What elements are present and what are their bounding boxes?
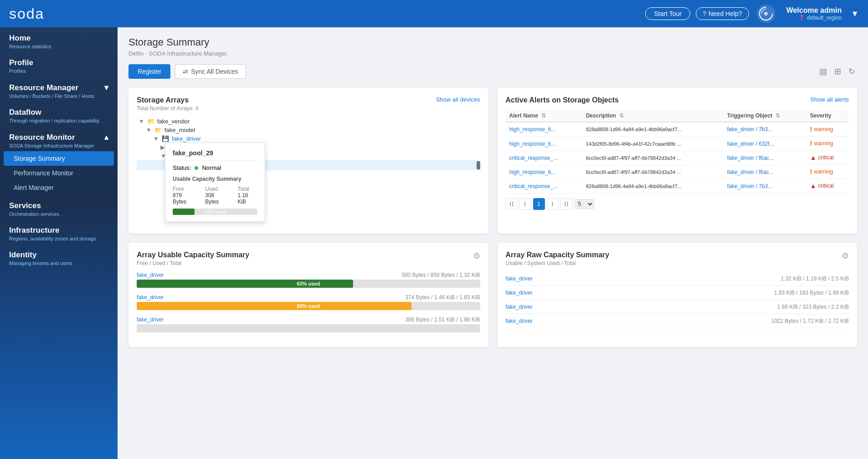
- sidebar-item-resource-monitor[interactable]: Resource Monitor ▴ SODA Storage Infrastr…: [0, 126, 118, 151]
- services-subtitle: Orchestration services.: [9, 211, 108, 217]
- resource-monitor-subtitle: SODA Storage Infrastructure Manager: [9, 143, 108, 148]
- alert-row: critical_response_... 828a8808-1d96-4a84…: [506, 179, 849, 193]
- refresh-button[interactable]: ↻: [847, 65, 857, 78]
- alert-severity: ! warning: [806, 165, 849, 179]
- status-value: Normal: [202, 164, 221, 171]
- infrastructure-subtitle: Regions, availability zones and storage: [9, 236, 108, 241]
- sync-button[interactable]: ⇄ Sync All Devices: [175, 64, 246, 79]
- sizes-label: 386 Bytes / 1.51 KiB / 1.88 KiB: [405, 316, 480, 323]
- col-severity[interactable]: Severity: [806, 110, 849, 122]
- need-help-button[interactable]: ? Need Help?: [696, 7, 749, 20]
- array-usable-subtitle: Free / Used / Total: [137, 260, 249, 266]
- active-alerts-card: Active Alerts on Storage Objects Show al…: [498, 88, 858, 234]
- user-region: 📍 default_region: [786, 15, 842, 21]
- last-page-button[interactable]: ⟩⟩: [560, 198, 572, 210]
- bar-label: 63% used: [297, 280, 320, 288]
- identity-title: Identity: [9, 250, 108, 260]
- usable-bar-label: fake_driver 500 Bytes / 850 Bytes / 1.32…: [137, 272, 480, 278]
- status-label: Status:: [173, 164, 191, 171]
- alert-severity: ▲ critical: [806, 179, 849, 193]
- sidebar-item-identity[interactable]: Identity Managing tenants and users: [0, 244, 118, 269]
- first-page-button[interactable]: ⟨⟨: [506, 198, 518, 210]
- alert-name[interactable]: critical_response_...: [506, 179, 582, 193]
- storage-arrays-subtitle: Total Number of Arrays: 4: [137, 105, 198, 112]
- alert-object[interactable]: fake_driver / 632f...: [724, 137, 806, 151]
- alert-severity: ! warning: [806, 122, 849, 137]
- sidebar-item-home[interactable]: Home Resource statistics: [0, 27, 118, 52]
- register-button[interactable]: Register: [128, 64, 170, 79]
- tooltip-progress-fill: [173, 209, 195, 215]
- tree-expand-icon: ▶: [160, 144, 165, 151]
- tree-expand-icon: ▼: [139, 118, 144, 125]
- list-item: fake_driver 374 Bytes / 1.46 KiB / 1.83 …: [137, 294, 480, 310]
- sidebar-item-storage-summary[interactable]: Storage Summary: [4, 151, 114, 166]
- grid-view-icon: ⊞: [834, 67, 841, 76]
- sidebar-item-profile[interactable]: Profile Profiles: [0, 52, 118, 76]
- alert-desc: 143d2f05-8d96-4f4b-a41f-42c7caae98fe ...: [582, 137, 724, 151]
- grid-view-button[interactable]: ⊞: [832, 65, 843, 78]
- alert-name[interactable]: high_response_ti...: [506, 122, 582, 137]
- alert-desc: 828a8808-1d96-4a84-a9e1-4bb96a9acf7...: [582, 179, 724, 193]
- capacity-row: Free 879 Bytes Used 308 Bytes Total 1.16…: [173, 186, 257, 205]
- settings-icon[interactable]: ⚙: [473, 251, 480, 261]
- sizes-label: 1.83 KiB / 163 Bytes / 1.99 KiB: [774, 290, 849, 296]
- alert-object[interactable]: fake_driver / 7b3...: [724, 122, 806, 137]
- sidebar-item-services[interactable]: Services Orchestration services.: [0, 195, 118, 219]
- toolbar-right: ▤ ⊞ ↻: [817, 65, 857, 78]
- alert-object[interactable]: fake_driver / 7b3...: [724, 179, 806, 193]
- page-size-select[interactable]: 5 10 25: [574, 199, 594, 209]
- sidebar-item-resource-manager[interactable]: Resource Manager ▾ Volumes / Buckets / F…: [0, 76, 118, 102]
- user-info: Welcome admin 📍 default_region: [786, 6, 842, 21]
- sidebar-item-infrastructure[interactable]: Infrastructure Regions, availability zon…: [0, 219, 118, 244]
- user-menu-chevron[interactable]: ▼: [851, 9, 859, 19]
- prev-page-button[interactable]: ⟨: [519, 198, 531, 210]
- driver-label: fake_driver: [137, 272, 164, 278]
- refresh-icon: ↻: [848, 67, 855, 76]
- tree-node[interactable]: ▼ 📁 fake_vendor: [137, 117, 480, 126]
- sidebar: Home Resource statistics Profile Profile…: [0, 27, 118, 459]
- driver-label: fake_driver: [506, 304, 533, 310]
- start-tour-button[interactable]: Start Tour: [645, 7, 690, 20]
- sync-icon: ⇄: [183, 68, 188, 75]
- tooltip-status: Status: Normal: [173, 164, 257, 171]
- alert-name[interactable]: critical_response_...: [506, 151, 582, 165]
- sidebar-item-performance-monitor[interactable]: Performance Monitor: [0, 166, 118, 180]
- alert-name[interactable]: high_response_ti...: [506, 137, 582, 151]
- folder-icon: 📁: [154, 127, 162, 133]
- col-alert-name[interactable]: Alert Name ⇅: [506, 110, 582, 122]
- pool-tooltip-popup: fake_pool_29 Status: Normal Usable Capac…: [165, 143, 265, 222]
- show-all-devices-link[interactable]: Show all devices: [436, 96, 480, 103]
- show-all-alerts-link[interactable]: Show all alerts: [810, 96, 849, 103]
- sync-label: Sync All Devices: [191, 68, 238, 75]
- tree-node[interactable]: ▼ 📁 fake_model: [137, 126, 480, 134]
- raw-rows-container: fake_driver 1.32 KiB / 1.18 KiB / 2.5 Ki…: [506, 272, 849, 328]
- alert-row: high_response_ti... 6cc0ec6f-ad87-4f97-a…: [506, 165, 849, 179]
- next-page-button[interactable]: ⟩: [547, 198, 559, 210]
- sizes-label: 374 Bytes / 1.46 KiB / 1.83 KiB: [405, 294, 480, 301]
- alert-name[interactable]: high_response_ti...: [506, 165, 582, 179]
- list-item: fake_driver 1.88 KiB / 323 Bytes / 2.2 K…: [506, 300, 849, 314]
- folder-icon: 📁: [147, 118, 154, 125]
- sort-icon: ⇅: [776, 112, 780, 119]
- sidebar-item-alert-manager[interactable]: Alert Manager: [0, 180, 118, 195]
- sidebar-item-dataflow[interactable]: Dataflow Through migration / replication…: [0, 102, 118, 126]
- profile-title: Profile: [9, 58, 108, 67]
- col-triggering-object[interactable]: Triggering Object ⇅: [724, 110, 806, 122]
- col-description[interactable]: Description ⇅: [582, 110, 724, 122]
- tree-expand-icon: ▼: [146, 127, 152, 133]
- alert-object[interactable]: fake_driver / f6ac...: [724, 165, 806, 179]
- alert-row: critical_response_... 6cc0ec6f-ad87-4f97…: [506, 151, 849, 165]
- storage-arrays-title: Storage Arrays: [137, 96, 198, 104]
- sizes-label: 1.32 KiB / 1.18 KiB / 2.5 KiB: [781, 275, 849, 282]
- resource-manager-title: Resource Manager ▾: [9, 83, 108, 92]
- array-raw-title: Array Raw Capacity Summary: [506, 251, 610, 259]
- settings-icon[interactable]: ⚙: [842, 251, 849, 261]
- status-dot: [195, 166, 198, 170]
- toolbar: Register ⇄ Sync All Devices ▤ ⊞ ↻: [128, 64, 857, 79]
- list-view-button[interactable]: ▤: [817, 65, 829, 78]
- tree-label-fake-driver: fake_driver: [172, 135, 201, 142]
- list-item: fake_driver 386 Bytes / 1.51 KiB / 1.88 …: [137, 316, 480, 332]
- tree-node[interactable]: ▼ 💾 fake_driver: [137, 134, 480, 143]
- page-1-button[interactable]: 1: [533, 198, 545, 210]
- alert-object[interactable]: fake_driver / f6ac...: [724, 151, 806, 165]
